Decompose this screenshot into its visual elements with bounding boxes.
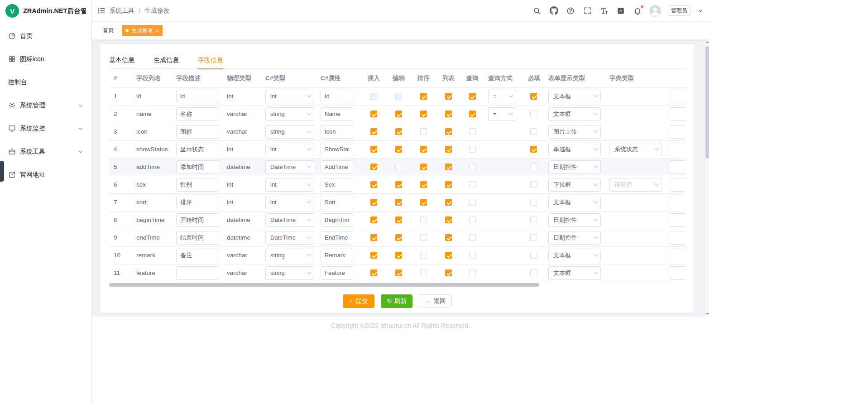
csharp-property-input[interactable]	[321, 249, 353, 262]
horizontal-scrollbar-thumb[interactable]	[109, 283, 539, 287]
extra-input[interactable]	[670, 196, 686, 209]
insert-checkbox[interactable]	[370, 216, 377, 223]
column-desc-input[interactable]	[176, 249, 219, 262]
list-checkbox[interactable]	[445, 181, 452, 188]
sort-checkbox[interactable]	[420, 111, 427, 117]
column-desc-input[interactable]	[176, 231, 219, 245]
vertical-scrollbar[interactable]	[705, 40, 709, 317]
sidebar-item-home[interactable]: 首页	[0, 24, 91, 48]
edit-checkbox[interactable]	[395, 181, 402, 188]
csharp-property-input[interactable]	[321, 143, 353, 156]
display-type-select[interactable]: 文本框	[548, 196, 601, 209]
display-type-select[interactable]: 下拉框	[548, 178, 601, 192]
list-checkbox[interactable]	[445, 164, 452, 170]
sidebar-item-website[interactable]: 官网地址	[0, 163, 91, 186]
csharp-type-select[interactable]: int	[265, 196, 314, 209]
csharp-property-input[interactable]	[321, 231, 353, 245]
list-checkbox[interactable]	[445, 111, 452, 117]
required-checkbox[interactable]	[530, 146, 537, 153]
column-desc-input[interactable]	[176, 266, 219, 280]
column-desc-input[interactable]	[176, 178, 219, 192]
list-checkbox[interactable]	[445, 199, 452, 206]
menu-fold-icon[interactable]	[96, 6, 106, 16]
sort-checkbox[interactable]	[420, 93, 427, 100]
csharp-type-select[interactable]: string	[265, 266, 314, 280]
column-desc-input[interactable]	[176, 107, 219, 121]
insert-checkbox[interactable]	[370, 199, 377, 206]
query-checkbox[interactable]	[469, 216, 476, 223]
query-checkbox[interactable]	[469, 181, 476, 188]
insert-checkbox[interactable]	[370, 128, 377, 135]
csharp-type-select[interactable]: string	[265, 107, 314, 121]
insert-checkbox[interactable]	[370, 164, 377, 170]
sort-checkbox[interactable]	[420, 234, 427, 241]
sidebar-item-system-manage[interactable]: 系统管理	[0, 94, 91, 117]
edit-checkbox[interactable]	[395, 234, 402, 241]
back-button[interactable]: 返回	[419, 294, 452, 308]
insert-checkbox[interactable]	[370, 146, 377, 153]
required-checkbox[interactable]	[530, 93, 537, 100]
insert-checkbox[interactable]	[370, 111, 377, 117]
column-desc-input[interactable]	[176, 90, 219, 103]
edit-checkbox[interactable]	[395, 128, 402, 135]
vertical-scrollbar-thumb[interactable]	[705, 46, 709, 159]
insert-checkbox[interactable]	[370, 181, 377, 188]
sort-checkbox[interactable]	[420, 269, 427, 276]
sort-checkbox[interactable]	[420, 164, 427, 170]
tab-basic-info[interactable]: 基本信息	[109, 51, 134, 68]
sort-checkbox[interactable]	[420, 252, 427, 259]
csharp-property-input[interactable]	[321, 196, 353, 209]
edit-checkbox[interactable]	[395, 252, 402, 259]
extra-input[interactable]	[670, 90, 686, 103]
column-desc-input[interactable]	[176, 196, 219, 209]
query-checkbox[interactable]	[469, 199, 476, 206]
edit-checkbox[interactable]	[395, 146, 402, 153]
insert-checkbox[interactable]	[370, 269, 377, 276]
query-checkbox[interactable]	[469, 128, 476, 135]
user-avatar[interactable]	[649, 5, 661, 17]
user-menu-chevron-icon[interactable]	[697, 6, 704, 16]
display-type-select[interactable]: 单选框	[548, 143, 601, 156]
csharp-type-select[interactable]: DateTime	[265, 231, 314, 245]
tag-active[interactable]: 生成修改	[122, 25, 163, 36]
query-checkbox[interactable]	[469, 252, 476, 259]
edit-checkbox[interactable]	[395, 111, 402, 117]
display-type-select[interactable]: 日期控件	[548, 160, 601, 174]
submit-button[interactable]: 提交	[343, 294, 374, 308]
github-icon[interactable]	[549, 6, 559, 16]
language-icon[interactable]: A	[616, 6, 626, 16]
csharp-type-select[interactable]: DateTime	[265, 213, 314, 227]
csharp-type-select[interactable]: int	[265, 143, 314, 156]
sort-checkbox[interactable]	[420, 181, 427, 188]
sort-checkbox[interactable]	[420, 199, 427, 206]
list-checkbox[interactable]	[445, 216, 452, 223]
query-checkbox[interactable]	[469, 234, 476, 241]
display-type-select[interactable]: 日期控件	[548, 213, 601, 227]
dict-type-select[interactable]: 请选择	[609, 178, 662, 192]
sidebar-item-system-monitor[interactable]: 系统监控	[0, 117, 91, 140]
extra-input[interactable]	[670, 160, 686, 174]
fullscreen-icon[interactable]	[582, 6, 592, 16]
theme-drawer-handle[interactable]	[0, 161, 4, 182]
required-checkbox[interactable]	[530, 199, 537, 206]
display-type-select[interactable]: 文本框	[548, 90, 601, 103]
sidebar-item-system-tools[interactable]: 系统工具	[0, 140, 91, 163]
edit-checkbox[interactable]	[395, 199, 402, 206]
sidebar-item-console[interactable]: 控制台	[0, 71, 91, 94]
query-mode-select[interactable]: =	[488, 107, 516, 121]
sort-checkbox[interactable]	[420, 146, 427, 153]
insert-checkbox[interactable]	[370, 252, 377, 259]
list-checkbox[interactable]	[445, 234, 452, 241]
insert-checkbox[interactable]	[370, 234, 377, 241]
extra-input[interactable]	[670, 231, 686, 245]
close-tag-icon[interactable]	[156, 28, 159, 34]
refresh-button[interactable]: 刷新	[381, 294, 413, 308]
extra-input[interactable]	[670, 143, 686, 156]
sidebar-item-icons[interactable]: 图标icon	[0, 48, 91, 71]
csharp-type-select[interactable]: int	[265, 178, 314, 192]
extra-input[interactable]	[670, 266, 686, 280]
required-checkbox[interactable]	[530, 234, 537, 241]
column-desc-input[interactable]	[176, 213, 219, 227]
edit-checkbox[interactable]	[395, 164, 402, 170]
csharp-property-input[interactable]	[321, 90, 353, 103]
